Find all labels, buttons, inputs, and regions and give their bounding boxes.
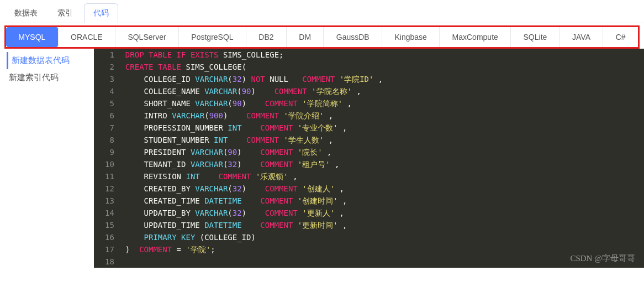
code-content: DROP TABLE IF EXISTS SIMS_COLLEGE; CREAT… bbox=[120, 49, 388, 268]
db-tab-db2[interactable]: DB2 bbox=[246, 27, 287, 47]
db-tab-postgresql[interactable]: PostgreSQL bbox=[179, 27, 246, 47]
sidebar-item-create-index-code[interactable]: 新建索引代码 bbox=[7, 69, 87, 86]
db-tab-sqlserver[interactable]: SQLServer bbox=[115, 27, 179, 47]
db-tab-gaussdb[interactable]: GaussDB bbox=[324, 27, 382, 47]
db-tab-csharp[interactable]: C# bbox=[603, 27, 638, 47]
code-editor[interactable]: 123456789101112131415161718 DROP TABLE I… bbox=[94, 49, 644, 268]
tab-code[interactable]: 代码 bbox=[84, 3, 118, 23]
top-tabs: 数据表 索引 代码 bbox=[0, 0, 644, 23]
db-tab-maxcompute[interactable]: MaxCompute bbox=[440, 27, 511, 47]
tab-datatable[interactable]: 数据表 bbox=[6, 4, 46, 23]
db-tab-mysql[interactable]: MYSQL bbox=[6, 27, 59, 47]
db-tab-oracle[interactable]: ORACLE bbox=[59, 27, 115, 47]
db-tab-dm[interactable]: DM bbox=[287, 27, 324, 47]
sidebar-item-create-table-code[interactable]: 新建数据表代码 bbox=[7, 52, 87, 69]
watermark: CSDN @字母哥哥 bbox=[570, 252, 635, 264]
db-type-bar: MYSQL ORACLE SQLServer PostgreSQL DB2 DM… bbox=[4, 25, 640, 49]
tab-index[interactable]: 索引 bbox=[49, 4, 82, 23]
db-tab-kingbase[interactable]: Kingbase bbox=[382, 27, 440, 47]
db-tab-sqlite[interactable]: SQLite bbox=[511, 27, 560, 47]
sidebar: 新建数据表代码 新建索引代码 bbox=[0, 49, 94, 268]
line-gutter: 123456789101112131415161718 bbox=[94, 49, 120, 268]
db-tab-java[interactable]: JAVA bbox=[560, 27, 604, 47]
